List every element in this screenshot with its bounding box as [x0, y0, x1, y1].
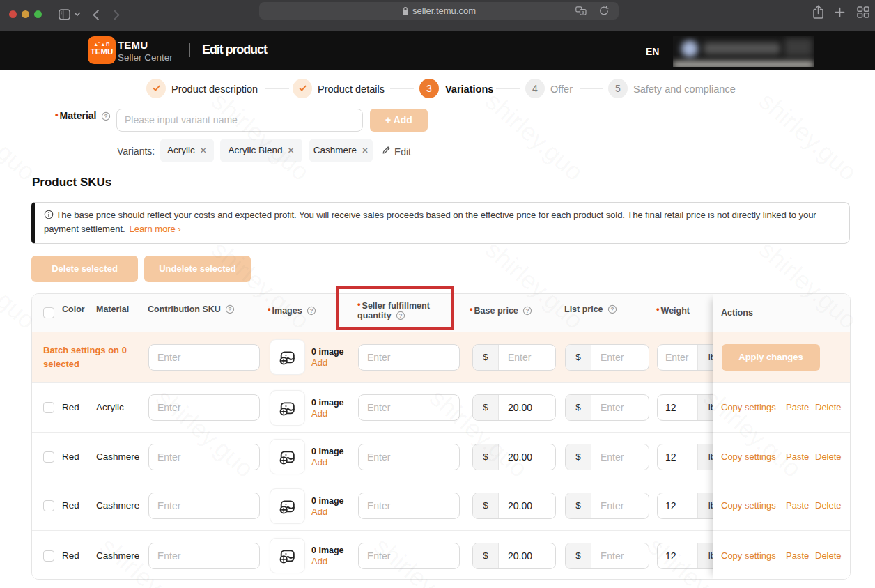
- svg-text:a: a: [582, 10, 584, 15]
- svg-text:?: ?: [229, 307, 232, 313]
- svg-text:?: ?: [310, 308, 313, 314]
- svg-text:?: ?: [104, 114, 108, 120]
- svg-text:?: ?: [526, 308, 529, 314]
- svg-text:?: ?: [611, 307, 614, 313]
